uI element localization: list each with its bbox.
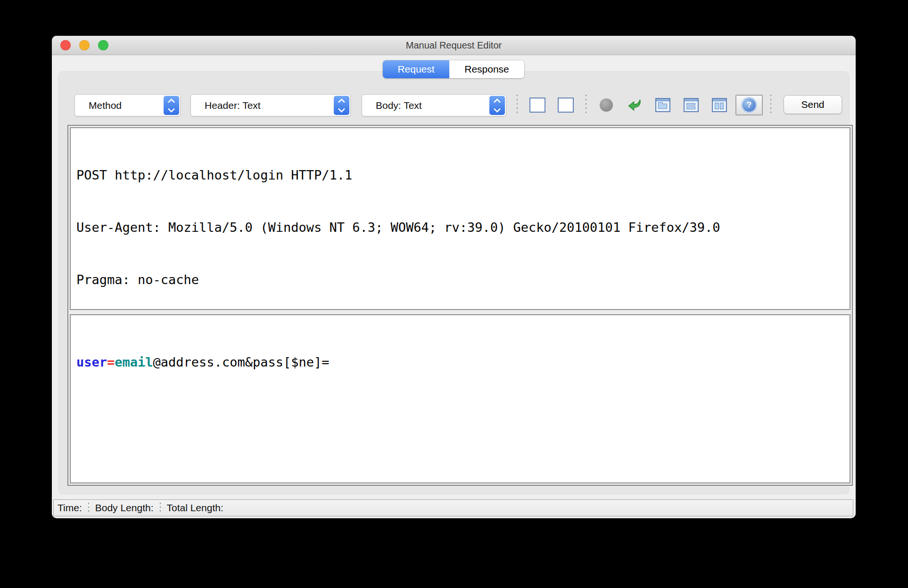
- header-view-dropdown[interactable]: Header: Text: [190, 94, 351, 116]
- request-body-line: user=email@address.com&pass[$ne]=: [76, 353, 850, 371]
- screen-background: Manual Request Editor Request Response M…: [0, 0, 908, 588]
- send-button[interactable]: Send: [784, 95, 842, 114]
- record-icon[interactable]: [598, 97, 614, 114]
- body-length-label: Body Length:: [95, 502, 154, 514]
- body-param-name: user: [76, 355, 107, 369]
- split-pane-icon[interactable]: [529, 97, 545, 114]
- time-label: Time:: [58, 502, 82, 514]
- request-header-line: User-Agent: Mozilla/5.0 (Windows NT 6.3;…: [76, 219, 850, 236]
- toolbar-icons: ?: [511, 94, 777, 115]
- window-title: Manual Request Editor: [52, 36, 856, 55]
- body-param-value: email: [115, 355, 153, 369]
- request-header-line: POST http://localhost/login HTTP/1.1: [76, 166, 850, 184]
- resend-arrow-icon[interactable]: [627, 97, 643, 114]
- tab-request[interactable]: Request: [383, 60, 449, 78]
- total-length-label: Total Length:: [167, 502, 223, 514]
- statusbar-separator: [160, 503, 161, 513]
- manual-request-editor-window: Manual Request Editor Request Response M…: [52, 36, 856, 518]
- toolbar-separator: [586, 95, 586, 115]
- columns-window-icon[interactable]: [711, 97, 727, 114]
- dropdown-stepper-icon: [489, 96, 505, 115]
- body-view-dropdown-label: Body: Text: [362, 100, 422, 111]
- toolbar-separator: [770, 95, 771, 115]
- dropdown-stepper-icon: [164, 96, 179, 115]
- content-panel: Method Header: Text Body: Text: [58, 72, 849, 494]
- request-header-editor[interactable]: POST http://localhost/login HTTP/1.1 Use…: [70, 127, 850, 310]
- header-view-dropdown-label: Header: Text: [191, 100, 261, 111]
- single-pane-icon[interactable]: [558, 97, 574, 114]
- request-header-line: Pragma: no-cache: [76, 271, 850, 288]
- request-editor-area: POST http://localhost/login HTTP/1.1 Use…: [67, 125, 853, 486]
- body-view-dropdown[interactable]: Body: Text: [362, 94, 506, 116]
- toolbar: Method Header: Text Body: Text: [58, 94, 849, 116]
- titlebar[interactable]: Manual Request Editor: [52, 36, 856, 55]
- body-rest-text: @address.com&pass[$ne]=: [153, 355, 330, 369]
- tab-window-icon[interactable]: [655, 97, 671, 114]
- tab-response[interactable]: Response: [449, 60, 524, 78]
- help-icon[interactable]: ?: [735, 95, 763, 115]
- method-dropdown-label: Method: [75, 100, 122, 111]
- pane-splitter[interactable]: [70, 310, 850, 314]
- statusbar-separator: [88, 503, 89, 513]
- request-response-tabs: Request Response: [383, 60, 524, 78]
- rows-window-icon[interactable]: [683, 97, 699, 114]
- method-dropdown[interactable]: Method: [74, 94, 181, 116]
- dropdown-stepper-icon: [334, 96, 349, 115]
- status-bar: Time: Body Length: Total Length:: [53, 499, 853, 516]
- body-equals-sign: =: [107, 355, 115, 369]
- toolbar-separator: [517, 95, 518, 115]
- request-body-editor[interactable]: user=email@address.com&pass[$ne]=: [70, 314, 850, 483]
